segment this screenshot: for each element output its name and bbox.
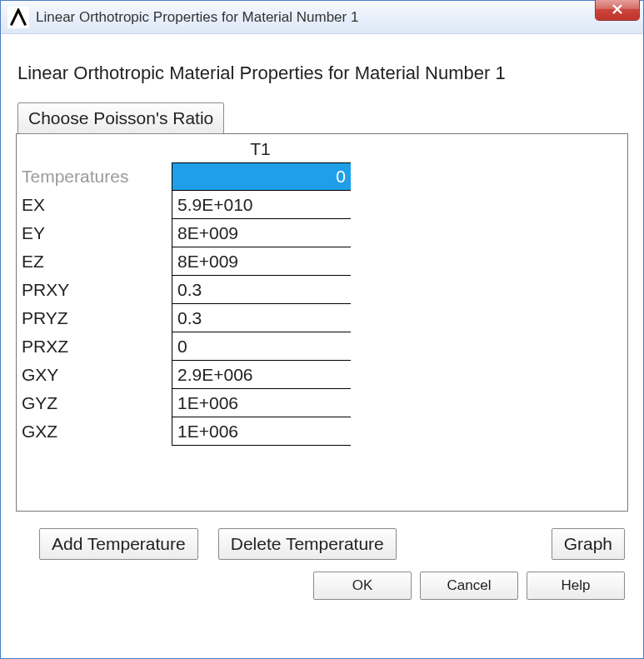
cell-gxy[interactable]: 2.9E+006 [172,361,351,389]
cell-prxy[interactable]: 0.3 [172,276,351,304]
row-gyz: GYZ 1E+006 [17,389,627,417]
cancel-button[interactable]: Cancel [420,572,518,600]
cell-temperatures[interactable]: 0 [172,162,351,191]
choose-poissons-ratio-button[interactable]: Choose Poisson's Ratio [17,102,224,134]
close-button[interactable] [595,0,640,21]
dialog-actions-row: OK Cancel Help [16,572,625,600]
client-area: Linear Orthotropic Material Properties f… [1,34,643,658]
cell-gxz[interactable]: 1E+006 [172,417,351,446]
properties-grid: T1 Temperatures 0 EX 5.9E+010 EY 8E+009 … [16,133,628,512]
row-label: EY [17,219,172,247]
app-icon [7,7,29,28]
page-title: Linear Orthotropic Material Properties f… [17,62,628,84]
row-label: EX [17,191,172,219]
cell-ez[interactable]: 8E+009 [172,247,351,276]
window-title: Linear Orthotropic Properties for Materi… [36,9,358,26]
graph-button[interactable]: Graph [552,528,625,560]
row-temperatures: Temperatures 0 [17,162,627,191]
row-label: EZ [17,247,172,276]
row-ez: EZ 8E+009 [17,247,627,276]
cell-ex[interactable]: 5.9E+010 [172,191,351,219]
row-gxy: GXY 2.9E+006 [17,361,627,389]
row-prxz: PRXZ 0 [17,332,627,361]
cell-pryz[interactable]: 0.3 [172,304,351,332]
row-pryz: PRYZ 0.3 [17,304,627,332]
row-label: GXY [17,361,172,389]
cell-gyz[interactable]: 1E+006 [172,389,351,417]
row-ex: EX 5.9E+010 [17,191,627,219]
row-ey: EY 8E+009 [17,219,627,247]
row-label: GXZ [17,417,172,446]
cell-ey[interactable]: 8E+009 [172,219,351,247]
help-button[interactable]: Help [527,572,625,600]
row-label: PRYZ [17,304,172,332]
column-header-t1: T1 [171,139,350,159]
delete-temperature-button[interactable]: Delete Temperature [218,528,397,560]
row-gxz: GXZ 1E+006 [17,417,627,446]
cell-prxz[interactable]: 0 [172,332,351,361]
grid-actions-row: Add Temperature Delete Temperature Graph [39,528,628,560]
ok-button[interactable]: OK [313,572,412,600]
titlebar: Linear Orthotropic Properties for Materi… [1,1,643,34]
row-label: PRXZ [17,332,172,361]
row-label: PRXY [17,276,172,304]
dialog-window: Linear Orthotropic Properties for Materi… [0,0,644,659]
add-temperature-button[interactable]: Add Temperature [39,528,198,560]
close-icon [612,3,623,17]
row-label: Temperatures [17,162,172,191]
row-label: GYZ [17,389,172,417]
row-prxy: PRXY 0.3 [17,276,627,304]
